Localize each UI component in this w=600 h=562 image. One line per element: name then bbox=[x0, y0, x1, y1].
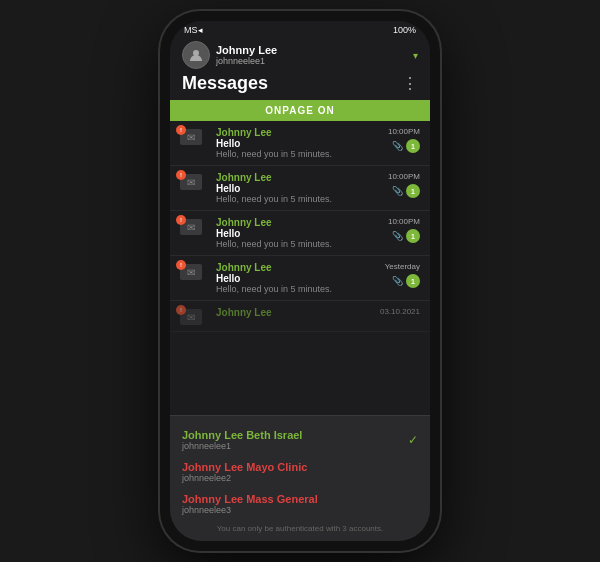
message-icon-wrap: ✉ ! bbox=[180, 309, 208, 325]
message-time: Yesterday bbox=[385, 262, 420, 271]
message-meta: 10:00PM 📎 1 bbox=[388, 127, 420, 153]
message-subject: Hello bbox=[216, 228, 380, 239]
battery-text: 100% bbox=[393, 25, 416, 35]
unread-badge: ! bbox=[176, 260, 186, 270]
message-actions: 📎 1 bbox=[392, 229, 420, 243]
messages-list: ✉ ! Johnny Lee Hello Hello, need you in … bbox=[170, 121, 430, 541]
attachment-icon: 📎 bbox=[392, 186, 403, 196]
sender-name: Johnny Lee bbox=[216, 172, 380, 183]
account-name: Johnny Lee Mayo Clinic bbox=[182, 461, 307, 473]
app-header: Johnny Lee johnneelee1 ▾ Messages ⋮ bbox=[170, 37, 430, 100]
account-username: johnneelee2 bbox=[182, 473, 307, 483]
carrier-text: MS◂ bbox=[184, 25, 203, 35]
message-meta: 03.10.2021 bbox=[380, 307, 420, 316]
page-title: Messages bbox=[182, 73, 268, 94]
header-bottom-row: Messages ⋮ bbox=[182, 73, 418, 94]
message-meta: Yesterday 📎 1 bbox=[385, 262, 420, 288]
message-subject: Hello bbox=[216, 183, 380, 194]
list-item[interactable]: ✉ ! Johnny Lee Hello Hello, need you in … bbox=[170, 166, 430, 211]
message-content: Johnny Lee Hello Hello, need you in 5 mi… bbox=[216, 127, 380, 159]
message-icon-wrap: ✉ ! bbox=[180, 129, 208, 145]
sender-name: Johnny Lee bbox=[216, 127, 380, 138]
more-options-icon[interactable]: ⋮ bbox=[402, 74, 418, 93]
message-preview: Hello, need you in 5 minutes. bbox=[216, 284, 377, 294]
account-details: Johnny Lee Beth Israel johnneelee1 bbox=[182, 429, 302, 451]
message-icon-wrap: ✉ ! bbox=[180, 174, 208, 190]
account-details: Johnny Lee Mass General johnneelee3 bbox=[182, 493, 318, 515]
phone-frame: MS◂ 100% Johnny Lee johnneelee1 ▾ Messag… bbox=[160, 11, 440, 551]
message-subject: Hello bbox=[216, 273, 377, 284]
active-check-icon: ✓ bbox=[408, 433, 418, 447]
sender-name: Johnny Lee bbox=[216, 217, 380, 228]
message-content: Johnny Lee bbox=[216, 307, 372, 318]
list-item-partial[interactable]: ✉ ! Johnny Lee 03.10.2021 bbox=[170, 301, 430, 332]
onpage-banner[interactable]: ONPAGE ON bbox=[170, 100, 430, 121]
unread-badge: ! bbox=[176, 170, 186, 180]
account-username: johnneelee3 bbox=[182, 505, 318, 515]
message-actions: 📎 1 bbox=[392, 274, 420, 288]
count-badge: 1 bbox=[406, 139, 420, 153]
count-badge: 1 bbox=[406, 229, 420, 243]
message-icon-wrap: ✉ ! bbox=[180, 264, 208, 280]
message-actions: 📎 1 bbox=[392, 184, 420, 198]
message-preview: Hello, need you in 5 minutes. bbox=[216, 239, 380, 249]
list-item[interactable]: ✉ ! Johnny Lee Hello Hello, need you in … bbox=[170, 256, 430, 301]
list-item[interactable]: ✉ ! Johnny Lee Hello Hello, need you in … bbox=[170, 121, 430, 166]
account-item-mass-general[interactable]: Johnny Lee Mass General johnneelee3 bbox=[170, 488, 430, 520]
message-time: 10:00PM bbox=[388, 217, 420, 226]
unread-badge: ! bbox=[176, 215, 186, 225]
count-badge: 1 bbox=[406, 274, 420, 288]
message-icon-wrap: ✉ ! bbox=[180, 219, 208, 235]
message-time: 10:00PM bbox=[388, 172, 420, 181]
phone-screen: MS◂ 100% Johnny Lee johnneelee1 ▾ Messag… bbox=[170, 21, 430, 541]
status-bar: MS◂ 100% bbox=[170, 21, 430, 37]
account-details: Johnny Lee Mayo Clinic johnneelee2 bbox=[182, 461, 307, 483]
attachment-icon: 📎 bbox=[392, 231, 403, 241]
message-content: Johnny Lee Hello Hello, need you in 5 mi… bbox=[216, 217, 380, 249]
message-meta: 10:00PM 📎 1 bbox=[388, 172, 420, 198]
account-name: Johnny Lee Beth Israel bbox=[182, 429, 302, 441]
avatar bbox=[182, 41, 210, 69]
account-note: You can only be authenticated with 3 acc… bbox=[170, 520, 430, 537]
unread-badge: ! bbox=[176, 305, 186, 315]
message-preview: Hello, need you in 5 minutes. bbox=[216, 149, 380, 159]
message-time: 10:00PM bbox=[388, 127, 420, 136]
message-actions: 📎 1 bbox=[392, 139, 420, 153]
message-preview: Hello, need you in 5 minutes. bbox=[216, 194, 380, 204]
account-item-beth-israel[interactable]: Johnny Lee Beth Israel johnneelee1 ✓ bbox=[170, 424, 430, 456]
account-name: Johnny Lee Mass General bbox=[182, 493, 318, 505]
profile-username: johnneelee1 bbox=[216, 56, 407, 66]
account-username: johnneelee1 bbox=[182, 441, 302, 451]
message-content: Johnny Lee Hello Hello, need you in 5 mi… bbox=[216, 172, 380, 204]
message-time: 03.10.2021 bbox=[380, 307, 420, 316]
profile-info: Johnny Lee johnneelee1 bbox=[216, 44, 407, 66]
unread-badge: ! bbox=[176, 125, 186, 135]
profile-row[interactable]: Johnny Lee johnneelee1 ▾ bbox=[182, 41, 418, 69]
list-item[interactable]: ✉ ! Johnny Lee Hello Hello, need you in … bbox=[170, 211, 430, 256]
account-dropdown: Johnny Lee Beth Israel johnneelee1 ✓ Joh… bbox=[170, 415, 430, 541]
profile-name: Johnny Lee bbox=[216, 44, 407, 56]
message-subject: Hello bbox=[216, 138, 380, 149]
message-meta: 10:00PM 📎 1 bbox=[388, 217, 420, 243]
count-badge: 1 bbox=[406, 184, 420, 198]
message-content: Johnny Lee Hello Hello, need you in 5 mi… bbox=[216, 262, 377, 294]
chevron-down-icon[interactable]: ▾ bbox=[413, 50, 418, 61]
attachment-icon: 📎 bbox=[392, 276, 403, 286]
sender-name: Johnny Lee bbox=[216, 262, 377, 273]
account-item-mayo-clinic[interactable]: Johnny Lee Mayo Clinic johnneelee2 bbox=[170, 456, 430, 488]
sender-name: Johnny Lee bbox=[216, 307, 372, 318]
attachment-icon: 📎 bbox=[392, 141, 403, 151]
